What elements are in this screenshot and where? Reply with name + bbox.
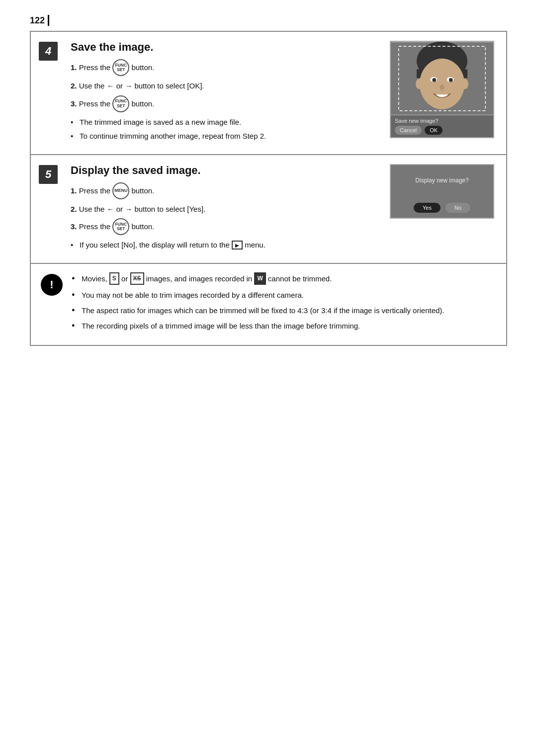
svg-point-10 (416, 79, 424, 89)
section-4: 4 Save the image. 1. Press the FUNCSET b… (30, 31, 507, 155)
playback-mode-icon (232, 241, 243, 250)
menu-button: MENU (112, 182, 129, 199)
page-number: 122 (30, 15, 507, 26)
note-box: ! Movies, S or XS images, and images rec… (30, 264, 507, 346)
instruction-num: 2. (71, 205, 77, 213)
section-5-title: Display the saved image. (71, 164, 380, 177)
step-number-5: 5 (39, 165, 58, 184)
lcd-screen-5: Display new image? Yes No (390, 164, 494, 219)
instruction-num: 3. (71, 99, 77, 107)
note-2: You may not be able to trim images recor… (72, 289, 496, 301)
svg-point-11 (460, 79, 468, 89)
disp-no-btn: No (446, 203, 470, 213)
instruction-4-3: 3. Press the FUNCSET button. (71, 96, 380, 113)
section-4-content: Save the image. 1. Press the FUNCSET but… (66, 41, 494, 145)
disp-yes-btn: Yes (414, 203, 441, 213)
arrow-right-icon-5: → (125, 205, 132, 213)
func-set-button-3: FUNCSET (112, 218, 129, 235)
instructions-col-5: Display the saved image. 1. Press the ME… (66, 164, 380, 254)
note-list: Movies, S or XS images, and images recor… (72, 273, 496, 336)
warning-icon: ! (41, 274, 63, 296)
note-4: The recording pixels of a trimmed image … (72, 320, 496, 332)
page-number-line (48, 15, 49, 26)
instruction-4-1: 1. Press the FUNCSET button. (71, 60, 380, 77)
section-4-title: Save the image. (71, 41, 380, 54)
bullet-5-1: If you select [No], the display will ret… (71, 240, 380, 251)
instruction-num: 1. (71, 63, 77, 72)
instruction-5-3: 3. Press the FUNCSET button. (71, 219, 380, 236)
s-icon: S (109, 272, 119, 285)
lcd-cancel-btn: Cancel (395, 126, 422, 135)
or-text: or (116, 82, 125, 90)
instructions-col-4: Save the image. 1. Press the FUNCSET but… (66, 41, 380, 145)
xs-icon: XS (130, 272, 144, 285)
face-svg (391, 42, 493, 115)
instruction-4-2: 2. Use the ← or → button to select [OK]. (71, 81, 380, 92)
arrow-left-icon: ← (107, 82, 114, 90)
svg-point-7 (432, 78, 436, 82)
instruction-num: 2. (71, 82, 77, 90)
instruction-num: 1. (71, 186, 77, 194)
or-text-5: or (116, 205, 125, 213)
func-set-button-2: FUNCSET (112, 95, 129, 112)
display-buttons-5: Yes No (396, 203, 488, 213)
func-set-button-1: FUNCSET (112, 59, 129, 76)
instruction-5-2: 2. Use the ← or → button to select [Yes]… (71, 204, 380, 215)
lcd-screen-4: ✂ Trimming (390, 41, 494, 138)
save-prompt: Save new image? (395, 118, 489, 124)
page-wrapper: 122 4 Save the image. 1. Press the FUNCS… (0, 0, 537, 376)
display-prompt: Display new image? (415, 177, 468, 184)
bullet-4-2: To continue trimming another image, repe… (71, 131, 380, 142)
section-5-content: Display the saved image. 1. Press the ME… (66, 164, 494, 254)
svg-point-8 (449, 78, 453, 82)
step-number-col-4: 4 (31, 41, 66, 145)
section-5: 5 Display the saved image. 1. Press the … (30, 155, 507, 264)
svg-point-4 (420, 59, 464, 109)
arrow-right-icon: → (125, 82, 132, 90)
step-number-4: 4 (39, 42, 58, 61)
lcd-buttons-4: Cancel OK (395, 126, 489, 135)
w-icon: W (254, 272, 266, 285)
arrow-left-icon-5: ← (107, 205, 114, 213)
step-number-col-5: 5 (31, 164, 66, 254)
lcd-face-area (391, 42, 493, 115)
lcd-ok-btn: OK (425, 126, 443, 135)
instruction-5-1: 1. Press the MENU button. (71, 183, 380, 200)
bullet-4-1: The trimmed image is saved as a new imag… (71, 117, 380, 128)
lcd-bottom-4: Save new image? Cancel OK (391, 115, 493, 137)
note-3: The aspect ratio for images which can be… (72, 305, 496, 316)
instruction-num: 3. (71, 222, 77, 231)
svg-point-9 (440, 84, 445, 90)
page-number-text: 122 (30, 15, 45, 26)
note-1: Movies, S or XS images, and images recor… (72, 273, 496, 285)
